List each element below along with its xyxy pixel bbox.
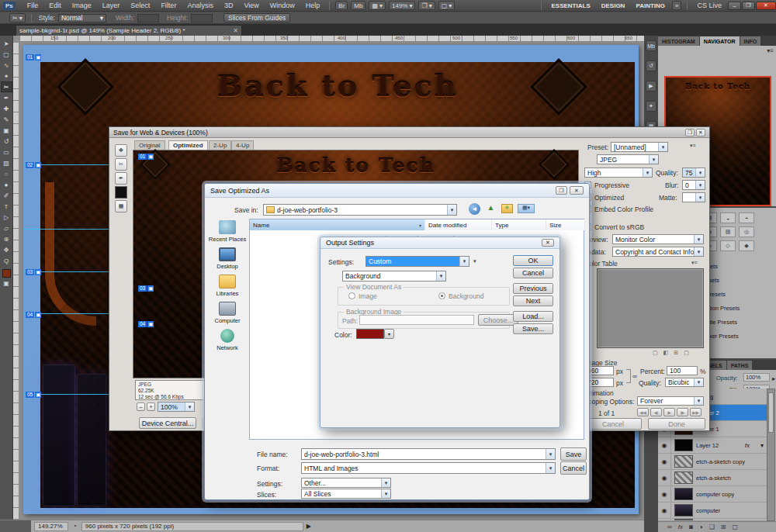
slice-badge[interactable]: 05▣ <box>26 392 41 398</box>
tab-2up[interactable]: 2-Up <box>209 140 231 150</box>
slice-badge[interactable]: 03▣ <box>138 285 154 292</box>
percent-field[interactable]: 100 <box>667 366 698 375</box>
gradient-tool[interactable]: ▨ <box>1 157 12 168</box>
column-header-name[interactable]: Name▾ <box>250 219 425 230</box>
layer-style-icon[interactable]: fx <box>678 523 683 530</box>
slice-badge[interactable]: 03▣ <box>26 269 41 275</box>
add-mask-icon[interactable]: ◙ <box>689 523 693 530</box>
column-header-date-modified[interactable]: Date modified <box>425 219 492 230</box>
blur-tool[interactable]: ○ <box>1 168 12 179</box>
eye-icon[interactable]: ◉ <box>658 503 671 518</box>
path-input[interactable] <box>359 315 474 325</box>
sfw-done-button[interactable]: Done <box>648 418 705 430</box>
cancel-button[interactable]: Cancel <box>513 268 553 278</box>
next-button[interactable]: Next <box>513 295 553 306</box>
column-header-size[interactable]: Size <box>546 219 585 230</box>
eye-icon[interactable]: ◉ <box>658 437 671 453</box>
last-frame-button[interactable]: ▶▶ <box>690 408 702 416</box>
new-group-icon[interactable]: ❏ <box>709 523 715 530</box>
place-network[interactable]: Network <box>208 329 247 351</box>
settings-select[interactable]: Other...▾ <box>301 478 391 488</box>
layers-scrollbar[interactable] <box>767 389 775 521</box>
matte-field[interactable]: ▾ <box>682 192 705 202</box>
layer-row[interactable]: ◉ etch-a-sketch <box>658 470 767 486</box>
slice-select-tool-icon[interactable]: ✂ <box>115 158 127 171</box>
soa-title-bar[interactable]: Save Optimized As ❐ ✕ <box>205 184 589 198</box>
background-radio[interactable] <box>438 292 445 299</box>
sfw-title-bar[interactable]: Save for Web & Devices (100%) ❐ ✕ <box>109 127 709 138</box>
save-in-select[interactable]: d-joe-web-portfolio-3 ▾ <box>263 204 457 216</box>
preview-select[interactable]: Monitor Color▾ <box>612 234 704 244</box>
adjustment-icon[interactable]: ◇ <box>720 240 736 251</box>
color-table-lock-icon[interactable]: ◧ <box>663 350 669 356</box>
restore-button[interactable]: ❐ <box>742 2 755 10</box>
shape-tool[interactable]: ▱ <box>1 223 12 233</box>
preset-select[interactable]: [Unnamed]▾ <box>611 142 668 152</box>
menu-help[interactable]: Help <box>300 2 326 9</box>
zoom-percent-field[interactable]: 149.27% <box>34 522 68 531</box>
tab-info[interactable]: INFO <box>740 36 761 46</box>
layer-row[interactable]: ◉ Layer 12 fx ▾ <box>658 437 767 454</box>
format-select[interactable]: HTML and Images▾ <box>301 462 556 474</box>
menu-layer[interactable]: Layer <box>97 2 126 9</box>
resample-quality-select[interactable]: Bicubic▾ <box>665 378 704 387</box>
zoom-in-button[interactable]: + <box>147 402 155 411</box>
sfw-restore-icon[interactable]: ❐ <box>685 129 695 136</box>
screen-mode-button[interactable]: ▢▾ <box>438 1 456 10</box>
up-one-level-icon[interactable]: ▲ <box>485 203 497 215</box>
healing-brush-tool[interactable]: ✚ <box>1 103 12 114</box>
slice-badge[interactable]: 01▣ <box>138 154 154 160</box>
place-desktop[interactable]: Desktop <box>208 247 247 270</box>
color-table-snap-icon[interactable]: ▢ <box>653 350 658 356</box>
tab-original[interactable]: Original <box>134 140 165 150</box>
dodge-tool[interactable]: ● <box>1 179 12 190</box>
layer-fx-icon[interactable]: fx <box>745 442 750 449</box>
rotate-view-tool[interactable]: ⊕ <box>1 233 12 244</box>
delete-layer-icon[interactable]: ▢ <box>733 523 739 530</box>
layer-row[interactable]: ◉ computer <box>658 503 767 519</box>
output-settings-close-icon[interactable]: ✕ <box>542 239 554 247</box>
column-header-type[interactable]: Type <box>492 219 546 230</box>
menu-view[interactable]: View <box>238 2 264 9</box>
back-icon[interactable]: ◄ <box>469 203 480 215</box>
move-tool[interactable]: ➤ <box>1 38 12 49</box>
tab-4up[interactable]: 4-Up <box>231 140 254 150</box>
compression-select[interactable]: High▾ <box>584 168 653 178</box>
workspace-overflow-button[interactable]: » <box>672 1 681 10</box>
menu-select[interactable]: Select <box>125 2 155 9</box>
launch-mini-bridge-button[interactable]: Mb <box>351 1 365 10</box>
width-input[interactable] <box>137 14 159 22</box>
previous-frame-button[interactable]: ◀| <box>650 408 662 416</box>
arrange-documents-button[interactable]: ❐▾ <box>418 1 435 10</box>
layer-row[interactable]: ◉ etch-a-sketch copy <box>658 454 767 470</box>
new-adjustment-icon[interactable]: ◑ <box>699 523 703 530</box>
color-table-delete-icon[interactable]: ▢ <box>684 350 689 356</box>
looping-select[interactable]: Forever▾ <box>637 396 704 406</box>
opacity-field[interactable]: 100% <box>743 373 770 382</box>
eye-icon[interactable]: ◉ <box>658 470 671 485</box>
settings-flyout-icon[interactable]: ▾ <box>473 258 476 264</box>
eyedropper-tool-icon[interactable]: ✒ <box>115 172 127 185</box>
zoom-level-select[interactable]: 100%▾ <box>158 402 195 412</box>
opacity-spinner-icon[interactable]: ▸ <box>772 375 775 382</box>
foreground-color-swatch[interactable] <box>2 269 11 278</box>
layer-thumbnail[interactable] <box>674 455 693 468</box>
zoom-tool[interactable]: Q <box>1 255 12 266</box>
type-tool[interactable]: T <box>1 201 12 212</box>
previous-button[interactable]: Previous <box>513 283 553 294</box>
mini-bridge-panel-icon[interactable]: Mb <box>646 40 656 51</box>
status-flyout-icon[interactable]: ▶ <box>307 523 311 530</box>
layer-thumbnail[interactable] <box>674 488 693 500</box>
views-menu-icon[interactable]: ▦▾ <box>518 204 535 213</box>
layer-thumbnail[interactable] <box>674 472 693 484</box>
sfw-cancel-button[interactable]: Cancel <box>584 418 642 430</box>
first-frame-button[interactable]: ◀◀ <box>637 408 649 416</box>
view-extras-button[interactable]: ▦▾ <box>369 1 386 10</box>
styles-panel-icon[interactable]: ✦ <box>646 101 656 112</box>
layer-thumbnail[interactable] <box>674 504 693 516</box>
settings-select[interactable]: Custom▾ <box>365 256 469 267</box>
height-input[interactable] <box>191 14 213 22</box>
play-button[interactable]: ▶ <box>663 408 675 416</box>
current-tool-preset-button[interactable]: ✂▾ <box>9 13 26 22</box>
image-radio[interactable] <box>348 292 355 299</box>
